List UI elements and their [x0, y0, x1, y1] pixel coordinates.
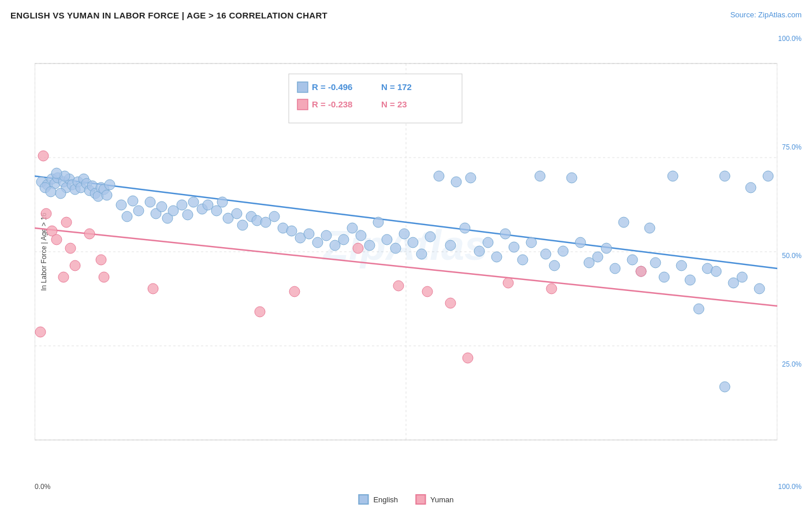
svg-point-49 — [182, 210, 193, 220]
svg-point-90 — [517, 255, 528, 265]
svg-point-82 — [451, 177, 461, 187]
svg-point-57 — [237, 220, 248, 230]
y-label-100: 100.0% — [778, 35, 802, 43]
svg-text:R = -0.496: R = -0.496 — [312, 82, 352, 92]
svg-point-75 — [390, 243, 401, 253]
svg-point-122 — [41, 208, 51, 219]
svg-rect-144 — [289, 74, 462, 123]
svg-point-121 — [38, 151, 49, 161]
svg-point-101 — [610, 263, 620, 274]
svg-text:R = -0.238: R = -0.238 — [312, 99, 352, 109]
legend-box-yuman — [415, 494, 426, 505]
svg-rect-145 — [297, 82, 308, 92]
svg-point-70 — [347, 223, 357, 233]
svg-point-71 — [356, 230, 366, 241]
svg-point-108 — [668, 171, 678, 181]
svg-point-91 — [526, 237, 537, 248]
svg-rect-148 — [297, 99, 308, 110]
svg-point-42 — [145, 197, 155, 207]
svg-point-92 — [535, 171, 545, 181]
svg-point-63 — [286, 226, 297, 236]
x-label-left: 0.0% — [35, 483, 50, 491]
legend-box-english — [358, 494, 368, 505]
svg-point-140 — [503, 278, 513, 288]
svg-point-127 — [58, 272, 69, 282]
svg-point-110 — [685, 275, 695, 285]
svg-point-97 — [575, 237, 586, 248]
svg-point-132 — [99, 272, 109, 282]
svg-point-116 — [737, 272, 747, 282]
svg-point-133 — [148, 283, 158, 294]
svg-point-40 — [128, 196, 138, 206]
svg-point-66 — [312, 237, 323, 248]
svg-point-114 — [720, 171, 730, 181]
svg-point-136 — [353, 243, 363, 253]
svg-point-118 — [754, 283, 765, 294]
svg-point-137 — [393, 281, 404, 291]
svg-text:N = 172: N = 172 — [381, 82, 412, 92]
svg-point-96 — [567, 173, 577, 183]
svg-point-72 — [364, 240, 375, 251]
svg-point-99 — [593, 252, 603, 262]
legend-item-yuman: Yuman — [415, 494, 453, 505]
svg-point-130 — [84, 229, 95, 239]
svg-point-134 — [255, 307, 265, 317]
svg-point-103 — [627, 255, 638, 265]
svg-point-119 — [763, 171, 773, 181]
svg-point-79 — [425, 232, 435, 242]
svg-point-87 — [491, 252, 502, 262]
svg-point-61 — [269, 211, 280, 222]
svg-point-38 — [51, 168, 62, 178]
svg-point-50 — [188, 197, 199, 207]
svg-point-41 — [133, 206, 144, 216]
svg-point-138 — [422, 286, 433, 297]
svg-point-84 — [465, 173, 476, 183]
svg-point-35 — [102, 190, 112, 200]
svg-point-95 — [558, 246, 568, 256]
svg-point-45 — [122, 211, 132, 222]
svg-point-54 — [217, 197, 228, 207]
svg-point-128 — [70, 260, 80, 271]
svg-point-44 — [157, 201, 167, 212]
svg-point-74 — [382, 234, 392, 245]
svg-point-135 — [289, 286, 300, 297]
svg-point-65 — [304, 229, 314, 239]
svg-point-69 — [338, 234, 349, 245]
svg-point-83 — [460, 223, 470, 233]
svg-point-93 — [541, 249, 551, 259]
x-label-right: 100.0% — [778, 483, 802, 491]
svg-point-85 — [474, 246, 485, 256]
svg-point-139 — [445, 298, 456, 308]
svg-point-124 — [51, 234, 62, 245]
svg-point-131 — [96, 255, 106, 265]
svg-point-73 — [373, 217, 383, 227]
svg-point-100 — [601, 243, 612, 253]
svg-point-102 — [619, 217, 629, 227]
svg-point-142 — [636, 266, 646, 277]
svg-point-113 — [711, 266, 721, 277]
svg-point-105 — [645, 223, 655, 233]
y-label-25: 25.0% — [782, 360, 802, 368]
svg-point-56 — [232, 208, 242, 219]
source-text: Source: ZipAtlas.com — [730, 10, 802, 19]
svg-point-18 — [46, 186, 56, 197]
svg-point-36 — [105, 180, 115, 190]
svg-point-76 — [399, 229, 409, 239]
svg-point-88 — [500, 229, 511, 239]
scatter-chart: ZipAtlas — [35, 35, 777, 469]
svg-point-48 — [177, 200, 187, 210]
svg-point-77 — [408, 237, 418, 248]
svg-point-129 — [35, 327, 46, 337]
y-label-75: 75.0% — [782, 143, 802, 151]
svg-point-81 — [445, 240, 456, 251]
svg-point-120 — [720, 382, 730, 392]
svg-point-39 — [116, 200, 126, 210]
svg-point-80 — [434, 171, 444, 181]
y-label-50: 50.0% — [782, 252, 802, 260]
svg-point-78 — [416, 249, 427, 259]
svg-point-125 — [61, 217, 72, 227]
svg-point-106 — [650, 258, 661, 268]
legend-container: English Yuman — [358, 494, 453, 505]
legend-label-yuman: Yuman — [430, 495, 453, 504]
legend-item-english: English — [358, 494, 398, 505]
